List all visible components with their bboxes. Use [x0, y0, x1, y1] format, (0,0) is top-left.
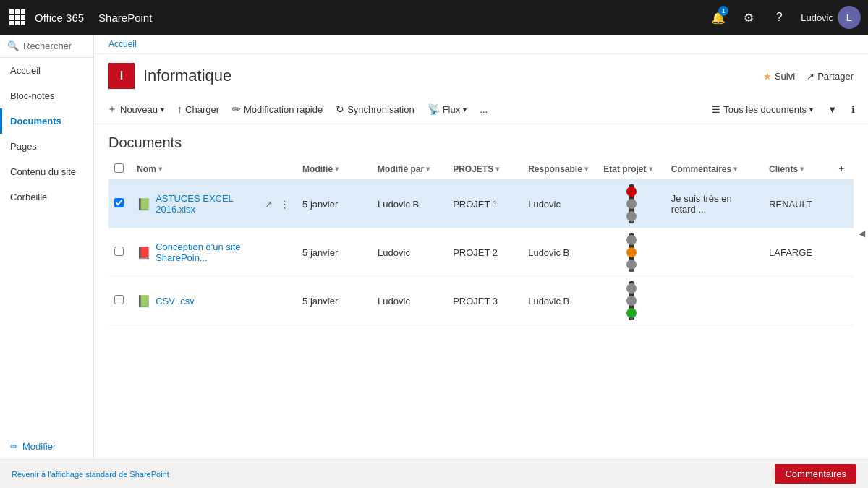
col-check[interactable]	[109, 158, 131, 180]
col-projets[interactable]: PROJETS ▾	[447, 158, 522, 180]
sidebar-item-pages[interactable]: Pages	[0, 134, 93, 159]
col-commentaires[interactable]: Commentaires ▾	[665, 158, 763, 180]
modification-rapide-button[interactable]: ✏ Modification rapide	[226, 100, 328, 119]
table-row: 📗 CSV .csv 5 janvier Ludovic PROJET 3 Lu…	[109, 277, 854, 325]
traffic-light	[603, 281, 660, 320]
col-clients[interactable]: Clients ▾	[763, 158, 831, 180]
row-check-cell[interactable]	[109, 180, 131, 228]
sidebar-item-label: Pages	[10, 141, 37, 152]
svg-rect-9	[630, 269, 633, 272]
col-nom-label: Nom	[137, 164, 156, 174]
row-responsable-cell: Ludovic B	[522, 277, 597, 325]
row-clients-cell: RENAULT	[763, 180, 831, 228]
product-name: SharePoint	[98, 12, 152, 24]
col-modifie-label: Modifié	[302, 164, 333, 174]
upload-icon: ↑	[177, 103, 182, 115]
view-selector-button[interactable]: ☰ Tous les documents ▾	[706, 100, 819, 119]
share-row-icon[interactable]: ↗	[263, 197, 274, 211]
file-name-link[interactable]: CSV .csv	[156, 296, 194, 307]
notification-badge: 1	[718, 6, 728, 16]
collapse-arrow[interactable]: ◀	[856, 226, 868, 241]
search-icon: 🔍	[7, 40, 19, 51]
page-title: Informatique	[143, 67, 231, 85]
documents-title: Documents	[109, 124, 854, 158]
svg-point-1	[626, 187, 637, 197]
row-check-cell[interactable]	[109, 277, 131, 325]
tous-les-documents-label: Tous les documents	[723, 104, 807, 115]
col-clients-sort: ▾	[800, 165, 804, 173]
help-button[interactable]: ?	[765, 0, 793, 35]
svg-point-3	[626, 211, 637, 221]
more-button[interactable]: ...	[474, 100, 493, 119]
waffle-menu-button[interactable]	[0, 0, 35, 35]
sidebar-item-label: Contenu du site	[10, 166, 76, 177]
row-responsable-cell: Ludovic B	[522, 228, 597, 277]
sidebar-item-bloc-notes[interactable]: Bloc-notes	[0, 83, 93, 108]
flux-label: Flux	[443, 104, 461, 115]
toolbar: ＋ Nouveau ▾ ↑ Charger ✏ Modification rap…	[94, 95, 868, 124]
comments-button[interactable]: Commentaires	[775, 464, 856, 484]
modifier-button[interactable]: ✏ Modifier	[0, 434, 93, 459]
nouveau-chevron-icon: ▾	[161, 106, 164, 114]
row-modified-cell: 5 janvier	[297, 277, 372, 325]
modifier-label: Modifier	[22, 441, 56, 452]
col-nom[interactable]: Nom ▾	[131, 158, 297, 180]
sidebar-search[interactable]: 🔍 Rechercher	[0, 35, 93, 58]
sidebar-item-contenu-du-site[interactable]: Contenu du site	[0, 159, 93, 184]
settings-button[interactable]: ⚙	[734, 0, 763, 35]
col-modifie-par[interactable]: Modifié par ▾	[372, 158, 447, 180]
csv-icon: 📗	[137, 294, 151, 308]
list-view-icon: ☰	[712, 104, 720, 115]
share-icon: ↗	[807, 71, 814, 82]
sidebar-item-accueil[interactable]: Accueil	[0, 58, 93, 83]
svg-rect-4	[630, 221, 633, 223]
suivi-button[interactable]: ★ Suivi	[763, 71, 795, 82]
info-icon: ℹ	[851, 104, 855, 115]
sidebar-item-label: Corbeille	[10, 192, 47, 202]
svg-point-6	[626, 235, 637, 245]
col-etat-projet[interactable]: Etat projet ▾	[597, 158, 665, 180]
row-checkbox[interactable]	[114, 295, 124, 304]
row-modifiedby-cell: Ludovic	[372, 228, 447, 277]
page-header: I Informatique ★ Suivi ↗ Partager	[94, 54, 868, 95]
synchronisation-button[interactable]: ↻ Synchronisation	[330, 100, 420, 119]
svg-point-2	[626, 199, 637, 209]
col-responsable-label: Responsable	[528, 164, 582, 174]
file-name-link[interactable]: ASTUCES EXCEL 2016.xlsx	[156, 193, 259, 215]
sidebar-item-label: Documents	[10, 116, 61, 127]
col-add[interactable]: ＋	[831, 158, 854, 180]
pencil-icon: ✏	[10, 441, 18, 452]
info-button[interactable]: ℹ	[846, 100, 861, 119]
file-name-link[interactable]: Conception d'un site SharePoin...	[156, 241, 291, 263]
sidebar-item-corbeille[interactable]: Corbeille	[0, 184, 93, 210]
col-modifie[interactable]: Modifié ▾	[297, 158, 372, 180]
svg-point-12	[626, 296, 637, 306]
nouveau-button[interactable]: ＋ Nouveau ▾	[101, 99, 170, 119]
row-check-cell[interactable]	[109, 228, 131, 277]
breadcrumb-home[interactable]: Accueil	[109, 39, 137, 49]
filter-button[interactable]: ▼	[822, 100, 843, 119]
col-clients-label: Clients	[769, 164, 798, 174]
row-checkbox[interactable]	[114, 198, 124, 207]
select-all-checkbox[interactable]	[114, 163, 124, 173]
flux-icon: 📡	[427, 103, 440, 115]
more-row-icon[interactable]: ⋮	[278, 197, 291, 211]
excel-icon: 📗	[137, 197, 151, 211]
flux-button[interactable]: 📡 Flux ▾	[422, 100, 473, 119]
documents-table: Nom ▾ Modifié ▾ Modifié	[109, 158, 854, 325]
user-menu[interactable]: Ludovic L	[793, 0, 868, 35]
standard-view-link[interactable]: Revenir à l'affichage standard de ShareP…	[12, 470, 169, 479]
col-projets-label: PROJETS	[453, 164, 493, 174]
content-area: Accueil I Informatique ★ Suivi ↗ Partage…	[94, 35, 868, 459]
col-modifie-par-label: Modifié par	[378, 164, 424, 174]
row-checkbox[interactable]	[114, 247, 124, 256]
partager-button[interactable]: ↗ Partager	[807, 71, 854, 82]
sidebar-nav: Accueil Bloc-notes Documents Pages Conte…	[0, 58, 93, 434]
page-icon: I	[109, 63, 135, 89]
col-responsable[interactable]: Responsable ▾	[522, 158, 597, 180]
charger-button[interactable]: ↑ Charger	[171, 100, 225, 119]
sidebar-item-documents[interactable]: Documents	[0, 108, 93, 134]
row-name-cell: 📗 CSV .csv	[131, 277, 297, 325]
plus-icon: ＋	[107, 103, 117, 116]
notification-button[interactable]: 🔔 1	[704, 0, 733, 35]
